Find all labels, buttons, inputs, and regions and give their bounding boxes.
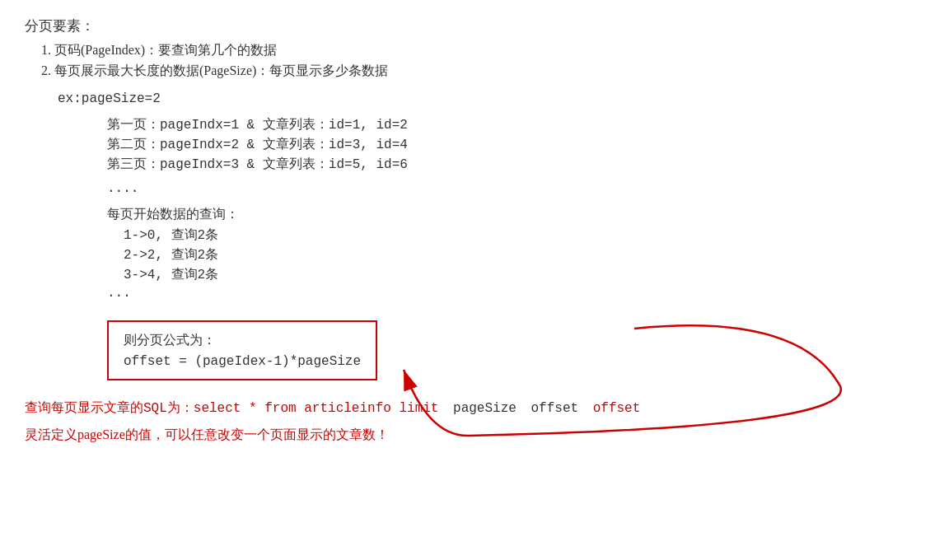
list-item-2: 2. 每页展示最大长度的数据(PageSize)：每页显示多少条数据 <box>41 63 910 80</box>
formula-box: 则分页公式为： offset = (pageIdex-1)*pageSize <box>107 320 377 380</box>
query-line-2: 2->2, 查询2条 <box>124 246 910 264</box>
sql-prefix: 查询每页显示文章的SQL为：select * from articleinfo … <box>25 401 438 416</box>
sql-offset2-val <box>582 401 590 416</box>
sql-pagesize <box>442 401 450 416</box>
sql-offset2-text: offset <box>593 401 641 416</box>
section-title: 分页要素： <box>25 16 910 35</box>
sql-pagesize-val: pageSize <box>453 401 517 416</box>
formula-title: 则分页公式为： <box>124 332 361 349</box>
query-line-3: 3->4, 查询2条 <box>124 266 910 283</box>
dots-2: ... <box>107 286 910 301</box>
sql-offset1-val: offset <box>531 401 578 416</box>
formula-box-wrapper: 则分页公式为： offset = (pageIdex-1)*pageSize <box>107 320 377 380</box>
page-example-3: 第三页：pageIndx=3 & 文章列表：id=5, id=6 <box>107 156 910 173</box>
page-example-1: 第一页：pageIndx=1 & 文章列表：id=1, id=2 <box>107 116 910 133</box>
query-title: 每页开始数据的查询： <box>107 206 910 223</box>
list-item-1: 1. 页码(PageIndex)：要查询第几个的数据 <box>41 42 910 59</box>
main-content: 分页要素： 1. 页码(PageIndex)：要查询第几个的数据 2. 每页展示… <box>25 16 910 444</box>
query-line-1: 1->0, 查询2条 <box>124 226 910 244</box>
dots-1: .... <box>107 181 910 196</box>
page-example-2: 第二页：pageIndx=2 & 文章列表：id=3, id=4 <box>107 136 910 153</box>
sql-line: 查询每页显示文章的SQL为：select * from articleinfo … <box>25 397 910 420</box>
formula-content: offset = (pageIdex-1)*pageSize <box>124 354 361 369</box>
example-label: ex:pageSize=2 <box>58 91 910 106</box>
bottom-section: 查询每页显示文章的SQL为：select * from articleinfo … <box>25 397 910 444</box>
final-line: 灵活定义pageSize的值，可以任意改变一个页面显示的文章数！ <box>25 427 910 444</box>
sql-offset-label <box>520 401 528 416</box>
